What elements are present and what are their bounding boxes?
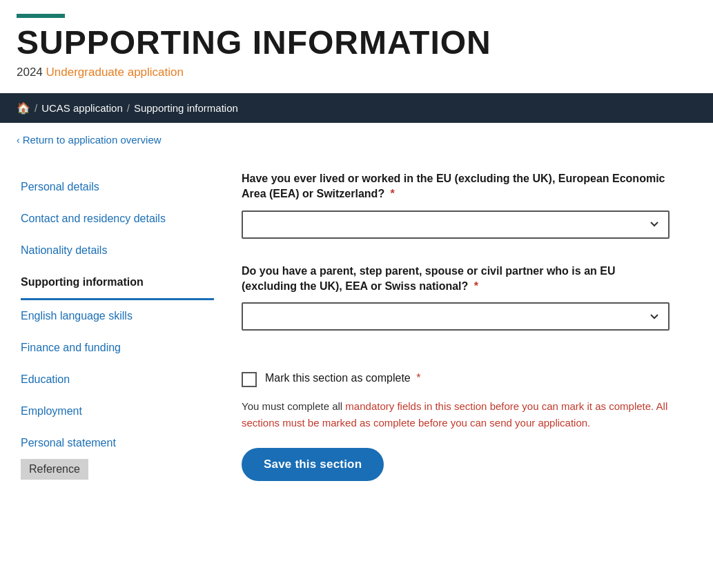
question-2-select[interactable]: Yes No xyxy=(242,302,670,331)
sidebar-item-reference[interactable]: Reference xyxy=(21,459,88,480)
question-2-group: Do you have a parent, step parent, spous… xyxy=(242,264,670,351)
back-to-overview-link[interactable]: ‹ Return to application overview xyxy=(17,134,162,146)
sidebar-item-education[interactable]: Education xyxy=(21,364,214,395)
sidebar-item-contact-residency[interactable]: Contact and residency details xyxy=(21,203,214,235)
content-area: Have you ever lived or worked in the EU … xyxy=(228,164,697,544)
warning-text: You must complete all mandatory fields i… xyxy=(242,398,670,431)
main-layout: Personal details Contact and residency d… xyxy=(0,157,713,571)
checkbox-required-star: * xyxy=(413,372,421,384)
page-subtitle: 2024 Undergraduate application xyxy=(17,66,696,79)
subtitle-app-type: Undergraduate application xyxy=(46,66,184,79)
breadcrumb-current: Supporting information xyxy=(134,102,238,114)
breadcrumb: 🏠 / UCAS application / Supporting inform… xyxy=(0,93,713,123)
back-link-label: Return to application overview xyxy=(23,134,162,146)
sidebar-item-nationality[interactable]: Nationality details xyxy=(21,235,214,266)
page-header: SUPPORTING INFORMATION 2024 Undergraduat… xyxy=(0,0,713,93)
back-link-bar: ‹ Return to application overview xyxy=(0,123,713,157)
sidebar-item-supporting-information[interactable]: Supporting information xyxy=(21,266,214,300)
question-2-label: Do you have a parent, step parent, spous… xyxy=(242,264,670,295)
question-1-select[interactable]: Yes No xyxy=(242,210,670,239)
sidebar-item-personal-statement[interactable]: Personal statement xyxy=(21,427,214,459)
subtitle-year: 2024 xyxy=(17,66,43,79)
save-section-button[interactable]: Save this section xyxy=(242,448,384,481)
sidebar-item-finance-funding[interactable]: Finance and funding xyxy=(21,332,214,364)
checkbox-section: Mark this section as complete * You must… xyxy=(242,371,670,481)
sidebar-item-employment[interactable]: Employment xyxy=(21,395,214,427)
mark-complete-label: Mark this section as complete * xyxy=(265,371,420,386)
back-arrow-icon: ‹ xyxy=(17,135,20,146)
question-1-label: Have you ever lived or worked in the EU … xyxy=(242,171,670,202)
question-1-required-star: * xyxy=(387,188,395,199)
question-2-required-star: * xyxy=(471,280,478,292)
question-1-group: Have you ever lived or worked in the EU … xyxy=(242,171,670,258)
sidebar-item-english-language[interactable]: English language skills xyxy=(21,300,214,332)
home-icon[interactable]: 🏠 xyxy=(17,101,30,115)
header-accent xyxy=(17,14,65,18)
page-title: SUPPORTING INFORMATION xyxy=(17,25,696,61)
sidebar: Personal details Contact and residency d… xyxy=(0,164,228,544)
mark-complete-checkbox[interactable] xyxy=(242,372,257,387)
breadcrumb-ucas-link[interactable]: UCAS application xyxy=(41,102,123,114)
sidebar-item-personal-details[interactable]: Personal details xyxy=(21,171,214,203)
mark-complete-row: Mark this section as complete * xyxy=(242,371,670,387)
